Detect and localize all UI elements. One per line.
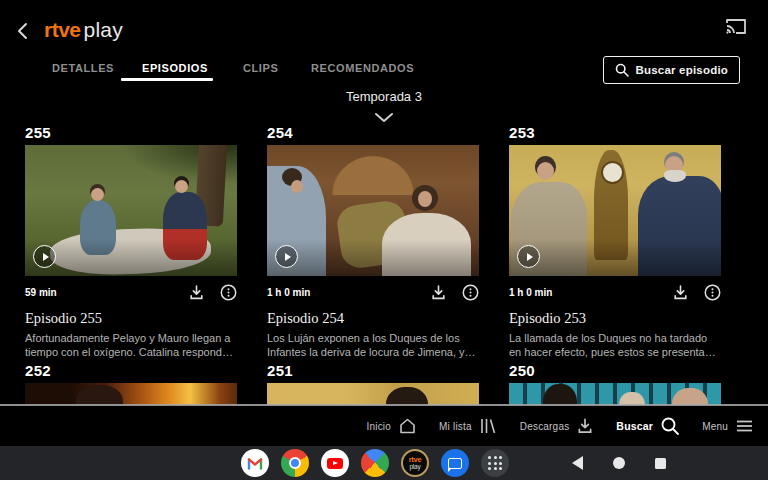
- back-button[interactable]: [14, 21, 34, 41]
- messages-app-icon[interactable]: [441, 449, 469, 477]
- nav-descargas-label: Descargas: [520, 421, 570, 432]
- chevron-down-icon[interactable]: [374, 109, 394, 120]
- episode-card-255: 255 59 min Episodio 255 Afortunadamente …: [25, 124, 237, 359]
- rtve-badge-bottom: play: [409, 464, 420, 471]
- episode-description: Los Luján exponen a los Duques de los In…: [267, 332, 479, 359]
- android-home-button[interactable]: [613, 457, 625, 469]
- nav-menu[interactable]: Menu: [702, 418, 754, 434]
- more-options-icon[interactable]: [462, 284, 479, 301]
- play-icon[interactable]: [275, 245, 298, 268]
- search-episode-button[interactable]: Buscar episodio: [603, 56, 740, 84]
- episode-card-254: 254 1 h 0 min Episodio 254 Los Luján exp…: [267, 124, 479, 359]
- search-episode-label: Buscar episodio: [636, 64, 728, 76]
- episode-description: La llamada de los Duques no ha tardado e…: [509, 332, 721, 359]
- episode-title[interactable]: Episodio 253: [509, 310, 721, 327]
- episode-card-250: 250: [509, 362, 721, 405]
- android-taskbar: rtve play: [0, 446, 768, 480]
- library-icon: [479, 417, 498, 435]
- episode-duration: 1 h 0 min: [509, 287, 552, 298]
- episode-number: 252: [25, 362, 237, 379]
- episode-card-251: 251: [267, 362, 479, 405]
- episode-number: 251: [267, 362, 479, 379]
- android-system-nav: [572, 446, 666, 480]
- episode-number: 250: [509, 362, 721, 379]
- play-icon[interactable]: [517, 245, 540, 268]
- nav-buscar-label: Buscar: [616, 420, 653, 432]
- more-options-icon[interactable]: [220, 284, 237, 301]
- nav-inicio[interactable]: Inicio: [366, 417, 417, 435]
- nav-mi-lista[interactable]: Mi lista: [439, 417, 498, 435]
- episode-number: 253: [509, 124, 721, 141]
- search-icon: [615, 63, 629, 77]
- download-icon[interactable]: [672, 284, 689, 301]
- episode-thumbnail[interactable]: [267, 383, 479, 405]
- episode-thumbnail[interactable]: [509, 383, 721, 405]
- chevron-left-icon: [14, 21, 34, 41]
- episode-duration: 59 min: [25, 287, 57, 298]
- google-photos-app-icon[interactable]: [361, 449, 389, 477]
- rtve-play-app-icon[interactable]: rtve play: [401, 449, 429, 477]
- android-back-button[interactable]: [572, 456, 583, 470]
- nav-descargas[interactable]: Descargas: [520, 417, 595, 435]
- tab-clips[interactable]: CLIPS: [243, 62, 278, 74]
- tab-episodios[interactable]: EPISODIOS: [142, 62, 208, 74]
- episode-thumbnail[interactable]: [25, 383, 237, 405]
- more-options-icon[interactable]: [704, 284, 721, 301]
- search-icon: [660, 416, 680, 436]
- episode-description: Afortunadamente Pelayo y Mauro llegan a …: [25, 332, 237, 359]
- download-icon: [576, 417, 594, 435]
- download-icon[interactable]: [430, 284, 447, 301]
- download-icon[interactable]: [188, 284, 205, 301]
- taskbar-dock: rtve play: [241, 449, 509, 477]
- youtube-app-icon[interactable]: [321, 449, 349, 477]
- nav-buscar[interactable]: Buscar: [616, 416, 680, 436]
- episode-duration: 1 h 0 min: [267, 287, 310, 298]
- nav-inicio-label: Inicio: [366, 421, 391, 432]
- chromecast-icon[interactable]: [724, 17, 748, 36]
- gmail-app-icon[interactable]: [241, 449, 269, 477]
- tab-detalles[interactable]: DETALLES: [52, 62, 114, 74]
- episode-thumbnail[interactable]: [25, 145, 237, 276]
- episode-number: 254: [267, 124, 479, 141]
- tab-recomendados[interactable]: RECOMENDADOS: [311, 62, 414, 74]
- hamburger-menu-icon: [735, 418, 754, 434]
- chrome-app-icon[interactable]: [281, 449, 309, 477]
- home-icon: [398, 417, 417, 435]
- active-tab-underline: [121, 78, 213, 81]
- nav-mi-lista-label: Mi lista: [439, 421, 472, 432]
- logo-rtve-text: rtve: [44, 18, 81, 42]
- episode-card-252: 252: [25, 362, 237, 405]
- app-bottom-nav: Inicio Mi lista Descargas Buscar: [0, 406, 768, 446]
- nav-menu-label: Menu: [702, 421, 728, 432]
- logo-play-text: play: [84, 18, 123, 42]
- rtve-play-logo[interactable]: rtve play: [44, 18, 123, 42]
- episode-number: 255: [25, 124, 237, 141]
- episode-title[interactable]: Episodio 255: [25, 310, 237, 327]
- episode-thumbnail[interactable]: [509, 145, 721, 276]
- episode-title[interactable]: Episodio 254: [267, 310, 479, 327]
- rtve-play-app: rtve play DETALLES EPISODIOS CLIPS RECOM…: [0, 0, 768, 480]
- episode-card-253: 253 1 h 0 min Episodio 253 La llamada de…: [509, 124, 721, 359]
- all-apps-icon[interactable]: [481, 449, 509, 477]
- season-selector[interactable]: Temporada 3: [0, 89, 768, 104]
- episode-thumbnail[interactable]: [267, 145, 479, 276]
- android-recents-button[interactable]: [655, 458, 666, 469]
- play-icon[interactable]: [33, 245, 56, 268]
